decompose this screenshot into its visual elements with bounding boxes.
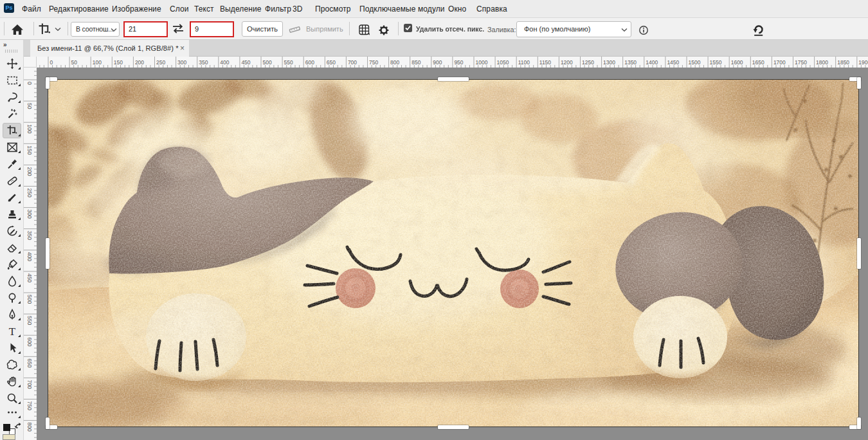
- svg-text:250: 250: [26, 188, 33, 197]
- svg-text:1750: 1750: [795, 59, 807, 66]
- svg-text:700: 700: [348, 59, 357, 66]
- svg-text:750: 750: [26, 401, 33, 410]
- svg-text:600: 600: [305, 59, 314, 66]
- svg-text:0: 0: [50, 59, 53, 66]
- svg-text:1100: 1100: [518, 59, 530, 66]
- svg-text:350: 350: [26, 231, 33, 240]
- svg-text:500: 500: [263, 59, 272, 66]
- svg-text:750: 750: [369, 59, 378, 66]
- svg-text:1650: 1650: [752, 59, 764, 66]
- svg-text:50: 50: [71, 59, 78, 66]
- svg-text:450: 450: [26, 273, 33, 282]
- svg-text:1150: 1150: [539, 59, 552, 66]
- svg-text:400: 400: [26, 252, 33, 261]
- svg-text:650: 650: [26, 358, 33, 367]
- svg-text:1600: 1600: [731, 59, 743, 66]
- svg-text:350: 350: [199, 59, 208, 66]
- svg-text:800: 800: [26, 423, 33, 432]
- svg-text:650: 650: [327, 59, 336, 66]
- svg-text:1850: 1850: [837, 59, 849, 66]
- svg-text:1500: 1500: [689, 59, 701, 66]
- svg-text:1400: 1400: [646, 59, 658, 66]
- svg-text:550: 550: [26, 316, 33, 325]
- svg-text:300: 300: [177, 59, 186, 66]
- svg-text:1050: 1050: [497, 59, 509, 66]
- svg-text:800: 800: [390, 59, 399, 66]
- svg-text:400: 400: [220, 59, 229, 66]
- svg-text:1000: 1000: [476, 59, 488, 66]
- svg-text:900: 900: [433, 59, 442, 66]
- svg-text:100: 100: [26, 124, 33, 133]
- svg-text:450: 450: [241, 59, 250, 66]
- svg-text:150: 150: [114, 59, 123, 66]
- svg-text:200: 200: [26, 167, 33, 176]
- svg-text:550: 550: [284, 59, 293, 66]
- svg-text:100: 100: [93, 59, 102, 66]
- svg-text:1350: 1350: [624, 59, 637, 66]
- svg-text:1250: 1250: [582, 59, 594, 66]
- svg-text:1900: 1900: [858, 59, 868, 66]
- svg-text:50: 50: [26, 103, 33, 109]
- svg-text:1450: 1450: [667, 59, 679, 66]
- svg-text:1550: 1550: [710, 59, 722, 66]
- svg-text:300: 300: [26, 210, 33, 219]
- svg-text:1300: 1300: [603, 59, 615, 66]
- svg-text:1200: 1200: [561, 59, 573, 66]
- svg-text:600: 600: [26, 337, 33, 346]
- svg-text:150: 150: [26, 145, 33, 154]
- svg-text:850: 850: [411, 59, 420, 66]
- svg-text:1800: 1800: [816, 59, 828, 66]
- svg-text:950: 950: [454, 59, 463, 66]
- svg-text:T: T: [9, 325, 16, 337]
- svg-text:0: 0: [26, 82, 33, 85]
- svg-text:700: 700: [26, 380, 33, 389]
- svg-text:250: 250: [156, 59, 165, 66]
- svg-text:200: 200: [135, 59, 144, 66]
- svg-text:500: 500: [26, 295, 33, 304]
- svg-text:1700: 1700: [773, 59, 786, 66]
